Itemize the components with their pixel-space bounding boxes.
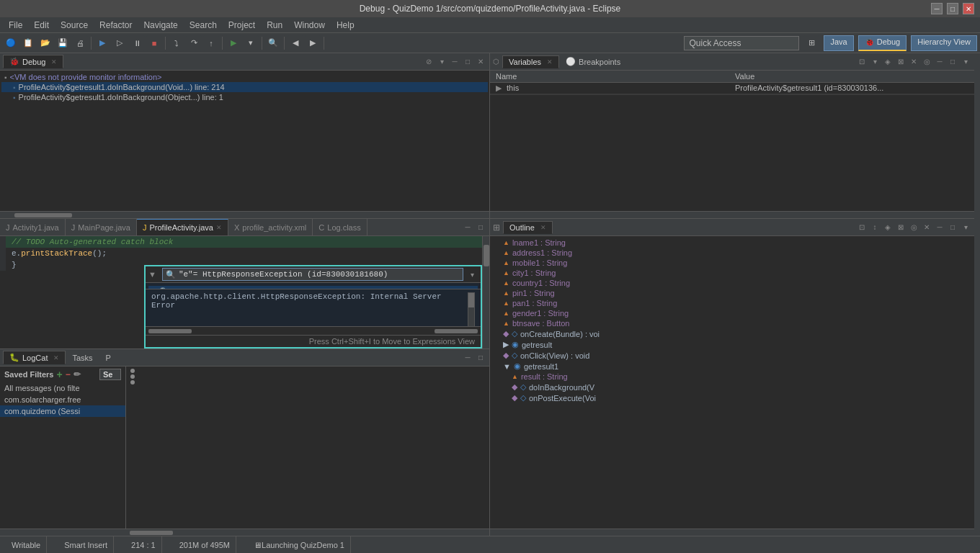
menu-window[interactable]: Window xyxy=(288,19,331,32)
vars-dropdown-icon[interactable]: ▾ xyxy=(960,56,971,68)
editor-minimize-icon[interactable]: ─ xyxy=(462,222,473,233)
outline-tab-close[interactable]: ✕ xyxy=(540,224,546,231)
logcat-minimize-icon[interactable]: ─ xyxy=(462,352,473,364)
outline-item-getresult1[interactable]: ▼ ◉ getresult1 xyxy=(500,361,973,372)
outline-item-btnsave[interactable]: ▲ btnsave : Button xyxy=(500,318,973,328)
outline-minimize-icon[interactable]: ─ xyxy=(934,222,945,233)
suspend-button[interactable]: ⏸ xyxy=(129,35,145,51)
outline-item-getresult[interactable]: ▶ ◉ getresult xyxy=(500,339,973,350)
popup-content[interactable]: ▼ 🔍 "e"= HttpResponseException (id=83003… xyxy=(146,283,481,289)
outline-item-result[interactable]: ▲ result : String xyxy=(509,372,973,382)
editor-scroll-v[interactable] xyxy=(482,236,489,349)
menu-refactor[interactable]: Refactor xyxy=(94,19,138,32)
outline-item-city1[interactable]: ▲ city1 : String xyxy=(500,268,973,278)
debug-expand-icon[interactable]: ▾ xyxy=(436,56,447,68)
logcat-search-input[interactable]: Se xyxy=(99,369,121,380)
vars-maximize-icon[interactable]: □ xyxy=(947,56,958,68)
menu-run[interactable]: Run xyxy=(261,19,288,32)
minimize-button[interactable]: ─ xyxy=(931,3,943,14)
step-over[interactable]: ↷ xyxy=(186,35,202,51)
vars-scroll-area[interactable] xyxy=(490,95,974,102)
popup-scrollbar-h[interactable] xyxy=(146,326,481,335)
logcat-tab[interactable]: 🐛 LogCat ✕ xyxy=(3,351,66,364)
tab-profilexml[interactable]: X profile_activity.xml xyxy=(228,219,313,235)
close-button[interactable]: ✕ xyxy=(963,3,974,14)
outline-item-pan1[interactable]: ▲ pan1 : String xyxy=(500,298,973,308)
tab-mainpage[interactable]: J MainPage.java xyxy=(66,219,137,235)
run-config[interactable]: ▾ xyxy=(243,35,259,51)
outline-item-pin1[interactable]: ▲ pin1 : String xyxy=(500,288,973,298)
outline-maximize-icon[interactable]: □ xyxy=(947,222,958,233)
tab-profileactivity[interactable]: J ProfileActivity.java ✕ xyxy=(137,219,228,235)
tab-activity1[interactable]: J Activity1.java xyxy=(0,219,66,235)
outline-item-gender1[interactable]: ▲ gender1 : String xyxy=(500,308,973,318)
open-button[interactable]: 📂 xyxy=(37,35,53,51)
debug-item-2[interactable]: ▪ ProfileActivity$getresult1.doInBackgro… xyxy=(1,92,488,102)
debug-item-1[interactable]: ▪ ProfileActivity$getresult1.doInBackgro… xyxy=(1,82,488,92)
forward-button[interactable]: ▶ xyxy=(305,35,321,51)
p-tab[interactable]: P xyxy=(99,351,117,364)
search-button[interactable]: 🔍 xyxy=(265,35,281,51)
menu-edit[interactable]: Edit xyxy=(28,19,55,32)
add-filter-icon[interactable]: + xyxy=(56,369,62,380)
outline-item-address1[interactable]: ▲ address1 : String xyxy=(500,248,973,258)
variables-tab[interactable]: Variables ✕ xyxy=(502,55,559,68)
vars-icon-3[interactable]: ◈ xyxy=(882,56,894,68)
outline-item-onclick[interactable]: ◆ ◇ onClick(View) : void xyxy=(500,350,973,361)
back-button[interactable]: ◀ xyxy=(288,35,303,51)
filter-solarcharger[interactable]: com.solarcharger.free xyxy=(0,394,125,405)
outline-icon-1[interactable]: ⊡ xyxy=(856,222,868,233)
maximize-button[interactable]: □ xyxy=(947,3,958,14)
editor-maximize-icon[interactable]: □ xyxy=(475,222,486,233)
variables-tab-close[interactable]: ✕ xyxy=(547,58,553,66)
vars-scroll-h-bar[interactable] xyxy=(490,211,974,218)
vars-minimize-icon[interactable]: ─ xyxy=(934,56,945,68)
outline-dropdown-icon[interactable]: ▾ xyxy=(960,222,971,233)
vars-row-this[interactable]: ▶ this ProfileActivity$getresult1 (id=83… xyxy=(490,83,974,94)
remove-filter-icon[interactable]: − xyxy=(66,369,71,379)
tab-close-profileactivity[interactable]: ✕ xyxy=(216,224,222,231)
menu-search[interactable]: Search xyxy=(184,19,223,32)
outline-item-doinbackground[interactable]: ◆ ◇ doInBackground(V xyxy=(509,382,973,392)
vars-icon-2[interactable]: ▾ xyxy=(869,56,881,68)
debug-item-vm[interactable]: ▪ <VM does not provide monitor informati… xyxy=(1,72,488,82)
menu-file[interactable]: File xyxy=(3,19,28,32)
outline-item-oncreate[interactable]: ◆ ◇ onCreate(Bundle) : voi xyxy=(500,328,973,339)
run-debug-button[interactable]: ▶ xyxy=(94,35,110,51)
filter-quizdemo[interactable]: com.quizdemo (Sessi xyxy=(0,405,125,417)
logcat-scroll-h[interactable] xyxy=(0,529,489,536)
vars-icon-1[interactable]: ⊡ xyxy=(856,56,868,68)
outline-icon-6[interactable]: ✕ xyxy=(921,222,932,233)
menu-source[interactable]: Source xyxy=(55,19,94,32)
tasks-tab[interactable]: Tasks xyxy=(66,351,99,364)
vars-icon-5[interactable]: ✕ xyxy=(908,56,919,68)
outline-icon-3[interactable]: ◈ xyxy=(882,222,894,233)
vars-icon-6[interactable]: ◎ xyxy=(921,56,932,68)
open-perspective[interactable]: ⊞ xyxy=(803,35,819,51)
new-button[interactable]: 📋 xyxy=(20,35,36,51)
step-into[interactable]: ⤵ xyxy=(169,35,184,51)
menu-project[interactable]: Project xyxy=(223,19,261,32)
outline-icon-5[interactable]: ◎ xyxy=(908,222,919,233)
tab-logclass[interactable]: C Log.class xyxy=(313,219,367,235)
debug-close-icon[interactable]: ✕ xyxy=(475,56,486,68)
save-button[interactable]: 💾 xyxy=(55,35,71,51)
vars-icon-4[interactable]: ⊠ xyxy=(895,56,906,68)
outline-item-lname1[interactable]: ▲ lname1 : String xyxy=(500,238,973,248)
popup-search-field[interactable]: 🔍 "e"= HttpResponseException (id=8300301… xyxy=(162,268,463,281)
debug-skip-icon[interactable]: ⊘ xyxy=(423,56,435,68)
debug-perspective[interactable]: 🐞 Debug xyxy=(858,35,906,51)
print-button[interactable]: 🖨 xyxy=(72,35,88,51)
debug-minimize-icon[interactable]: ─ xyxy=(449,56,460,68)
debug-maximize-icon[interactable]: □ xyxy=(462,56,473,68)
outline-icon-2[interactable]: ↕ xyxy=(869,222,881,233)
outline-tab[interactable]: Outline ✕ xyxy=(503,221,553,234)
outline-icon-4[interactable]: ⊠ xyxy=(895,222,906,233)
popup-scroll-v[interactable] xyxy=(468,292,475,326)
menu-help[interactable]: Help xyxy=(331,19,360,32)
hierarchy-perspective[interactable]: Hierarchy View xyxy=(911,35,977,51)
debug-scroll-h[interactable] xyxy=(0,211,489,218)
logcat-maximize-icon[interactable]: □ xyxy=(475,352,486,364)
logcat-tab-close[interactable]: ✕ xyxy=(53,354,59,361)
outline-scroll-h[interactable] xyxy=(490,529,974,536)
